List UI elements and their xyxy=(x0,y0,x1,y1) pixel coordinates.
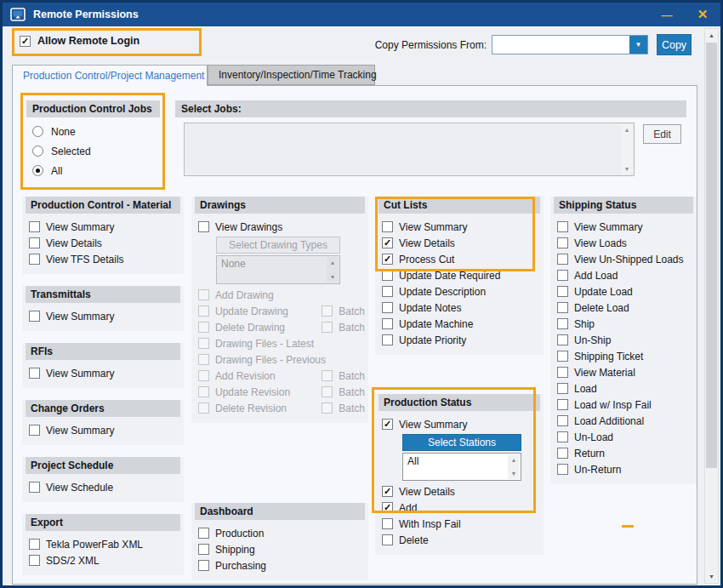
batch-option: Batch xyxy=(322,386,365,398)
batch-checkbox xyxy=(322,322,333,333)
listbox-scrollbar[interactable]: ▲▼ xyxy=(508,454,520,479)
checkbox-label: View Summary xyxy=(46,221,114,233)
close-button[interactable]: ✕ xyxy=(690,3,715,26)
checkbox-row-add-load: Add Load xyxy=(550,267,697,283)
dialog-scrollbar[interactable]: ▲ ▼ xyxy=(704,28,719,584)
batch-label: Batch xyxy=(339,402,365,414)
scroll-up-icon[interactable]: ▲ xyxy=(705,29,718,42)
checkbox-return[interactable] xyxy=(557,448,568,459)
checkbox-sds-2-xml[interactable] xyxy=(29,555,40,566)
checkbox-un-ship[interactable] xyxy=(557,334,568,345)
tab-production-control-project-management[interactable]: Production Control/Project Management xyxy=(12,65,208,86)
tab-inventory-inspection-time-tracking[interactable]: Inventory/Inspection/Time Tracking xyxy=(208,65,375,85)
checkbox-process-cut[interactable]: ✓ xyxy=(382,254,393,265)
copy-button[interactable]: Copy xyxy=(657,34,692,55)
checkbox-update-notes[interactable] xyxy=(382,302,393,313)
checkbox-row-view-schedule: View Schedule xyxy=(22,479,184,495)
checkbox-label: View Summary xyxy=(46,311,114,323)
section-cut-lists: Cut ListsView Summary✓View Details✓Proce… xyxy=(375,197,544,355)
checkbox-drawing-files-latest xyxy=(198,338,209,349)
checkbox-row-view-tfs-details: View TFS Details xyxy=(22,251,184,267)
checkbox-update-machine[interactable] xyxy=(382,318,393,329)
checkbox-row-delete-load: Delete Load xyxy=(550,300,697,316)
checkbox-row-purchasing: Purchasing xyxy=(191,557,368,574)
checkbox-add-load[interactable] xyxy=(557,270,568,281)
checkbox-label: Update Date Required xyxy=(399,270,500,282)
checkbox-label: Delete Drawing xyxy=(215,322,285,334)
checkbox-un-return[interactable] xyxy=(557,464,568,475)
checkbox-label: View TFS Details xyxy=(46,254,124,265)
stations-listbox[interactable]: All▲▼ xyxy=(402,453,521,481)
checkbox-view-details[interactable]: ✓ xyxy=(382,486,393,497)
checkbox-delete[interactable] xyxy=(382,534,393,545)
scroll-up-icon[interactable]: ▲ xyxy=(624,124,630,135)
checkbox-view-un-shipped-loads[interactable] xyxy=(557,254,568,265)
copy-permissions-combobox[interactable]: ▼ xyxy=(492,35,648,54)
checkbox-view-summary[interactable] xyxy=(29,311,40,322)
scrollbar-thumb[interactable] xyxy=(706,43,717,468)
jobs-listbox-scrollbar[interactable]: ▲ ▼ xyxy=(621,124,633,174)
checkbox-add[interactable]: ✓ xyxy=(382,502,393,513)
checkbox-delete-load[interactable] xyxy=(557,302,568,313)
checkbox-view-material[interactable] xyxy=(557,367,568,378)
checkbox-view-summary[interactable] xyxy=(557,221,568,232)
checkbox-shipping-ticket[interactable] xyxy=(557,351,568,362)
radio-all[interactable] xyxy=(32,165,43,176)
section-header: Production Status xyxy=(379,394,540,411)
checkbox-label: Purchasing xyxy=(215,560,266,572)
checkbox-view-summary[interactable] xyxy=(29,425,40,436)
checkbox-production[interactable] xyxy=(198,528,209,539)
chevron-down-icon[interactable]: ▼ xyxy=(629,36,647,54)
checkbox-add-drawing xyxy=(198,289,209,300)
scroll-down-icon[interactable]: ▼ xyxy=(705,570,718,583)
checkbox-view-details[interactable] xyxy=(29,237,40,248)
checkbox-shipping[interactable] xyxy=(198,544,209,555)
section-drawings: DrawingsView DrawingsSelect Drawing Type… xyxy=(191,197,368,423)
checkbox-view-summary[interactable] xyxy=(29,221,40,232)
checkbox-view-summary[interactable]: ✓ xyxy=(382,419,393,430)
minimize-button[interactable]: — xyxy=(654,3,680,26)
checkbox-with-insp-fail[interactable] xyxy=(382,518,393,529)
checkbox-row-add-drawing: Add Drawing xyxy=(191,287,368,303)
checkbox-row-drawing-files-latest: Drawing Files - Latest xyxy=(191,335,368,351)
checkbox-load[interactable] xyxy=(557,383,568,394)
select-stations-button[interactable]: Select Stations xyxy=(402,434,521,451)
checkbox-view-drawings[interactable] xyxy=(198,221,209,232)
checkbox-label: View Un-Shipped Loads xyxy=(574,254,684,265)
checkbox-purchasing[interactable] xyxy=(198,560,209,571)
checkbox-load-w-insp-fail[interactable] xyxy=(557,399,568,410)
checkbox-label: Update Revision xyxy=(215,386,290,398)
radio-selected[interactable] xyxy=(32,146,43,157)
checkbox-update-description[interactable] xyxy=(382,286,393,297)
checkbox-view-schedule[interactable] xyxy=(29,482,40,493)
checkbox-view-loads[interactable] xyxy=(557,237,568,248)
checkbox-ship[interactable] xyxy=(557,318,568,329)
checkbox-label: Update Description xyxy=(399,286,486,298)
scroll-down-icon[interactable]: ▼ xyxy=(624,163,630,174)
scroll-down-icon[interactable]: ▼ xyxy=(511,468,517,479)
listbox-value: None xyxy=(221,258,246,270)
checkbox-view-details[interactable]: ✓ xyxy=(382,237,393,248)
checkbox-view-summary[interactable] xyxy=(29,368,40,379)
checkbox-update-date-required[interactable] xyxy=(382,270,393,281)
checkbox-view-tfs-details[interactable] xyxy=(29,254,40,265)
checkbox-update-drawing xyxy=(198,305,209,317)
checkbox-load-additional[interactable] xyxy=(557,415,568,426)
allow-remote-login-checkbox[interactable]: ✓ xyxy=(20,36,31,47)
checkbox-update-load[interactable] xyxy=(557,286,568,297)
checkbox-view-summary[interactable] xyxy=(382,221,393,232)
checkbox-label: View Summary xyxy=(399,221,467,233)
section-header: Cut Lists xyxy=(379,197,540,214)
column-drawings-dashboard: DrawingsView DrawingsSelect Drawing Type… xyxy=(191,197,368,588)
checkbox-tekla-powerfab-xml[interactable] xyxy=(29,539,40,550)
section-header: RFIs xyxy=(26,343,180,360)
jobs-listbox[interactable]: ▲ ▼ xyxy=(184,123,635,176)
checkbox-un-load[interactable] xyxy=(557,431,568,442)
checkbox-label: Delete Revision xyxy=(215,402,287,414)
scroll-up-icon[interactable]: ▲ xyxy=(511,454,517,465)
checkbox-update-priority[interactable] xyxy=(382,334,393,345)
checkbox-row-update-revision: Update RevisionBatch xyxy=(191,384,368,400)
batch-option: Batch xyxy=(322,305,365,317)
radio-none[interactable] xyxy=(32,126,43,137)
edit-button[interactable]: Edit xyxy=(643,124,681,144)
